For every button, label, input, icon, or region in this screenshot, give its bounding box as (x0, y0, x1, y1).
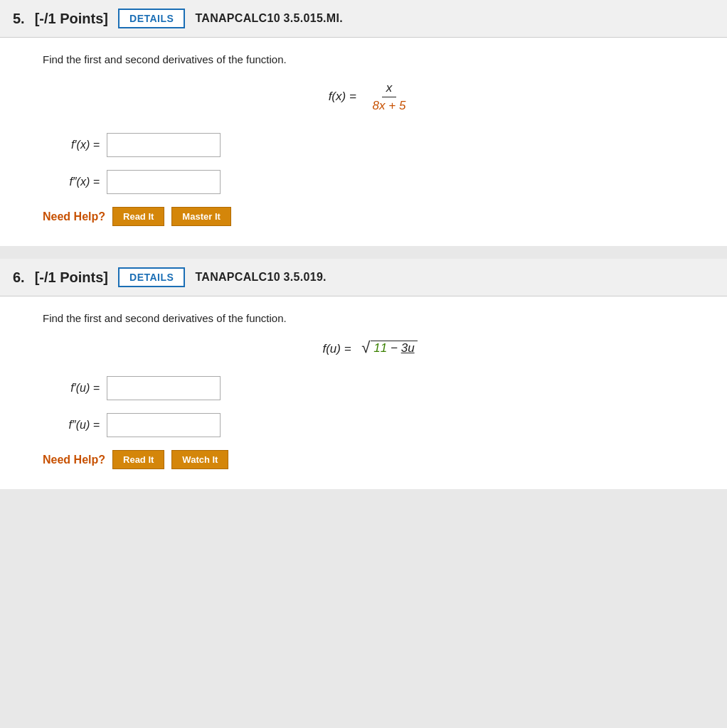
q6-sqrt-green: 11 (373, 341, 387, 355)
q5-denominator: 8x + 5 (368, 97, 410, 113)
question-5-function: f(x) = x 8x + 5 (43, 81, 699, 113)
q5-numerator: x (382, 81, 397, 97)
q6-sqrt-content: 11 − 3u (371, 341, 417, 355)
q6-sqrt-minus: − (391, 341, 401, 355)
q6-sqrt-symbol: √ (361, 340, 370, 355)
question-6-header: 6. [-/1 Points] DETAILS TANAPCALC10 3.5.… (0, 259, 727, 296)
q6-second-deriv-input[interactable] (107, 413, 221, 437)
question-6-points: [-/1 Points] (35, 269, 108, 286)
q6-first-deriv-row: f′(u) = (43, 376, 699, 400)
question-6-body: Find the first and second derivatives of… (0, 296, 727, 489)
question-6-details-button[interactable]: DETAILS (118, 267, 185, 287)
q6-watch-it-button[interactable]: Watch It (171, 450, 228, 469)
q6-sqrt-red: 3u (401, 341, 415, 355)
q5-master-it-button[interactable]: Master It (171, 207, 230, 226)
q5-first-deriv-row: f′(x) = (43, 133, 699, 157)
question-5-body: Find the first and second derivatives of… (0, 38, 727, 246)
q6-first-deriv-input[interactable] (107, 376, 221, 400)
q5-need-help: Need Help? (43, 210, 105, 223)
q5-second-deriv-input[interactable] (107, 170, 221, 194)
q5-read-it-button[interactable]: Read It (112, 207, 164, 226)
question-5-number: 5. (13, 11, 25, 27)
q5-func-label: f(x) = (329, 90, 356, 103)
q6-help-row: Need Help? Read It Watch It (43, 450, 699, 469)
q5-first-deriv-label: f′(x) = (43, 139, 100, 151)
question-6-number: 6. (13, 269, 25, 286)
q6-func-label: f(u) = (322, 342, 354, 355)
question-5: 5. [-/1 Points] DETAILS TANAPCALC10 3.5.… (0, 0, 727, 246)
q6-second-deriv-label: f″(u) = (43, 419, 100, 432)
question-5-header: 5. [-/1 Points] DETAILS TANAPCALC10 3.5.… (0, 0, 727, 38)
question-5-code: TANAPCALC10 3.5.015.MI. (195, 12, 343, 25)
q5-second-deriv-row: f″(x) = (43, 170, 699, 194)
question-6-function: f(u) = √ 11 − 3u (43, 340, 699, 356)
question-6-instruction: Find the first and second derivatives of… (43, 312, 699, 324)
q6-read-it-button[interactable]: Read It (112, 450, 164, 469)
q5-help-row: Need Help? Read It Master It (43, 207, 699, 226)
question-5-details-button[interactable]: DETAILS (118, 9, 185, 28)
question-5-points: [-/1 Points] (35, 11, 108, 27)
q5-fraction: x 8x + 5 (368, 81, 410, 113)
q6-second-deriv-row: f″(u) = (43, 413, 699, 437)
q6-first-deriv-label: f′(u) = (43, 382, 100, 395)
q6-sqrt: √ 11 − 3u (361, 340, 417, 355)
q5-second-deriv-label: f″(x) = (43, 176, 100, 188)
question-5-instruction: Find the first and second derivatives of… (43, 53, 699, 65)
question-6-code: TANAPCALC10 3.5.019. (195, 271, 326, 284)
question-6: 6. [-/1 Points] DETAILS TANAPCALC10 3.5.… (0, 259, 727, 489)
q6-need-help: Need Help? (43, 454, 105, 466)
q5-first-deriv-input[interactable] (107, 133, 221, 157)
